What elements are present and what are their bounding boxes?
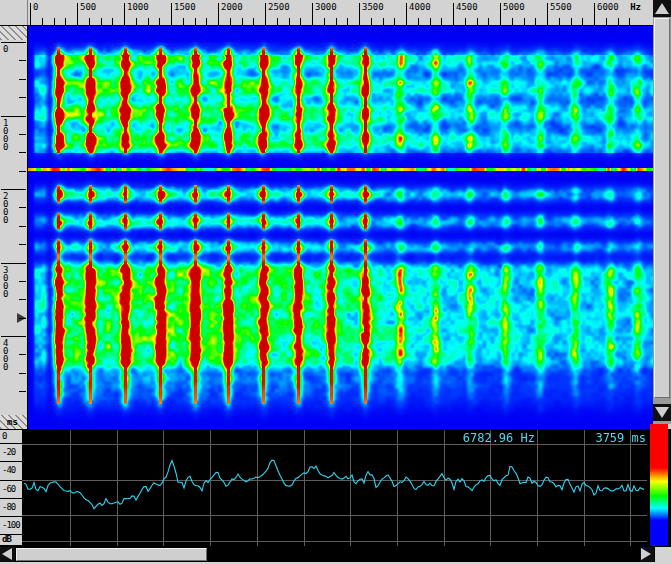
spectrogram-canvas[interactable] (28, 26, 653, 429)
top-ruler-minor-tick (336, 18, 337, 25)
v-scroll-down-button[interactable] (653, 404, 671, 421)
left-ruler-tick (1, 189, 26, 190)
left-ruler-minor-tick (19, 207, 26, 208)
time-unit-label: ms (7, 417, 18, 427)
top-ruler[interactable]: Hz 0500100015002000250030003500400045005… (28, 0, 653, 25)
top-ruler-tick (265, 3, 266, 25)
scrollbar-corner (655, 547, 671, 562)
db-label-cell: -40 (0, 462, 22, 481)
top-ruler-tick (594, 3, 595, 25)
top-ruler-tick (500, 3, 501, 25)
h-scroll-left-button[interactable] (0, 547, 15, 562)
top-ruler-minor-tick (347, 18, 348, 25)
top-ruler-label: 0 (33, 2, 38, 12)
top-ruler-minor-tick (477, 18, 478, 25)
top-ruler-tick (124, 3, 125, 25)
left-ruler-minor-tick (19, 79, 26, 80)
db-label-cell: dB (0, 535, 22, 546)
left-ruler-minor-tick (19, 318, 26, 319)
db-label-cell: -100 (0, 517, 22, 535)
top-ruler-minor-tick (441, 18, 442, 25)
h-scroll-right-button[interactable] (640, 547, 654, 562)
right-arrow-icon (641, 548, 651, 560)
top-ruler-label: 6000 (597, 2, 619, 12)
top-ruler-minor-tick (253, 18, 254, 25)
top-ruler-label: 3000 (315, 2, 337, 12)
h-scrollbar[interactable] (0, 547, 671, 562)
top-ruler-tick (359, 3, 360, 25)
top-ruler-minor-tick (159, 18, 160, 25)
readout-time: 3759 ms (595, 432, 646, 444)
left-ruler-minor-tick (19, 171, 26, 172)
top-ruler-label: 2500 (268, 2, 290, 12)
left-ruler-minor-tick (19, 97, 26, 98)
left-ruler-tick (1, 42, 26, 43)
up-arrow-icon (655, 3, 669, 14)
left-ruler-minor-tick (19, 299, 26, 300)
top-ruler-tick (30, 3, 31, 25)
top-ruler-label: 5500 (550, 2, 572, 12)
top-ruler-minor-tick (136, 18, 137, 25)
db-label-cell: -20 (0, 444, 22, 462)
left-ruler-minor-tick (19, 281, 26, 282)
v-scroll-up-button[interactable] (653, 0, 671, 17)
down-arrow-icon (655, 407, 669, 418)
top-ruler-minor-tick (629, 18, 630, 25)
top-ruler-minor-tick (524, 18, 525, 25)
left-ruler-minor-tick (19, 134, 26, 135)
top-ruler-minor-tick (230, 18, 231, 25)
top-ruler-minor-tick (394, 18, 395, 25)
top-ruler-label: 4000 (409, 2, 431, 12)
top-ruler-minor-tick (430, 18, 431, 25)
top-ruler-label: 1500 (174, 2, 196, 12)
top-ruler-minor-tick (465, 18, 466, 25)
left-ruler-minor-tick (19, 226, 26, 227)
top-ruler-minor-tick (488, 18, 489, 25)
app-window: Hz 0500100015002000250030003500400045005… (0, 0, 671, 564)
left-ruler-minor-tick (19, 391, 26, 392)
top-ruler-label: 5000 (503, 2, 525, 12)
top-ruler-minor-tick (242, 18, 243, 25)
top-ruler-tick (171, 3, 172, 25)
top-ruler-label: 1000 (127, 2, 149, 12)
top-ruler-minor-tick (559, 18, 560, 25)
left-column: ms 01 0 0 02 0 0 03 0 0 04 0 0 0 (0, 26, 28, 429)
readout-frequency: 6782.96 Hz (463, 432, 535, 444)
top-ruler-minor-tick (606, 18, 607, 25)
top-ruler-minor-tick (383, 18, 384, 25)
v-scroll-thumb[interactable] (654, 18, 670, 398)
top-ruler-minor-tick (42, 18, 43, 25)
top-ruler-tick (547, 3, 548, 25)
top-ruler-minor-tick (65, 18, 66, 25)
top-ruler-tick (77, 3, 78, 25)
corner-button[interactable] (0, 0, 28, 25)
h-scroll-thumb[interactable] (16, 548, 207, 561)
top-ruler-minor-tick (89, 18, 90, 25)
top-ruler-label: 4500 (456, 2, 478, 12)
left-ruler-label: 4 0 0 0 (3, 339, 8, 371)
top-ruler-minor-tick (277, 18, 278, 25)
frequency-unit-label: Hz (630, 2, 641, 12)
corner-hatch (0, 26, 27, 40)
top-ruler-minor-tick (112, 18, 113, 25)
spectrum-canvas[interactable] (22, 430, 647, 546)
top-ruler-minor-tick (289, 18, 290, 25)
top-ruler-minor-tick (300, 18, 301, 25)
left-ruler-label: 2 0 0 0 (3, 192, 8, 224)
top-ruler-minor-tick (582, 18, 583, 25)
top-ruler-label: 500 (80, 2, 96, 12)
left-ruler-label: 3 0 0 0 (3, 266, 8, 298)
v-scrollbar[interactable] (653, 0, 671, 424)
top-ruler-label: 3500 (362, 2, 384, 12)
left-ruler-tick (1, 116, 26, 117)
left-ruler-minor-tick (19, 152, 26, 153)
top-ruler-tick (218, 3, 219, 25)
top-ruler-minor-tick (183, 18, 184, 25)
left-ruler-tick (1, 263, 26, 264)
top-ruler-minor-tick (54, 18, 55, 25)
left-ruler-tick (1, 336, 26, 337)
left-ruler-minor-tick (19, 354, 26, 355)
top-ruler-tick (453, 3, 454, 25)
top-ruler-minor-tick (535, 18, 536, 25)
top-ruler-minor-tick (618, 18, 619, 25)
